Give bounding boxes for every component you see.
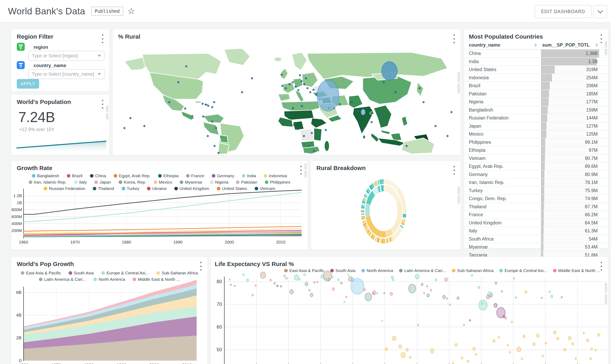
svg-text:60: 60 [217, 324, 222, 330]
table-body: China1.36BIndia1.3BUnited States319MIndo… [464, 49, 608, 259]
population-bar [541, 243, 543, 251]
table-row: Egypt, Arab Rep.89.6M [464, 162, 608, 170]
svg-text:4B: 4B [16, 313, 22, 318]
population-bar [541, 195, 544, 203]
table-row: Germany80.9M [464, 170, 608, 178]
country-name-cell: China [469, 51, 481, 56]
scrollbar-thumb[interactable] [458, 186, 460, 195]
country-name-cell: Italy [469, 228, 477, 234]
kebab-menu-icon[interactable] [100, 34, 105, 44]
population-value-cell: 64.5M [585, 220, 598, 226]
table-row: China1.36B [464, 49, 608, 57]
dashboard-page: { "header": {"title": "World Bank's Data… [0, 0, 611, 364]
filter-field-label: region [33, 44, 48, 50]
scrollbar-thumb[interactable] [305, 163, 307, 170]
card-title: Most Populated Countries [469, 33, 543, 40]
population-value-cell: 1.3B [588, 59, 598, 64]
table-row: Pakistan185M [464, 90, 608, 98]
country-name-cell: Russian Federation [469, 115, 509, 121]
population-value-cell: 127M [586, 123, 598, 129]
population-value-cell: 89.6M [585, 164, 598, 169]
svg-text:1.2B: 1.2B [13, 193, 22, 198]
kebab-menu-icon[interactable] [100, 99, 105, 109]
growth-rate-card: Growth Rate BangladeshBrazilChinaEgypt, … [11, 160, 308, 250]
kebab-menu-icon[interactable] [451, 34, 457, 44]
table-row: United States319M [464, 65, 608, 74]
world-map[interactable] [112, 42, 461, 154]
table-row: United Kingdom64.5M [464, 219, 608, 227]
svg-text:80: 80 [217, 279, 222, 284]
region-filter-card: Region Filter region Type or Select [reg… [11, 29, 110, 91]
population-value-cell: 159M [586, 107, 598, 113]
svg-text:2000: 2000 [225, 240, 234, 244]
population-value-cell: 1.36B [586, 51, 598, 56]
scrollbar-thumb[interactable] [458, 72, 460, 82]
column-header-population[interactable]: sum__SP_POP_TOTL [542, 42, 589, 48]
scrollbar-thumb[interactable] [605, 41, 607, 48]
table-row: Iran, Islamic Rep.78.1M [464, 178, 608, 186]
svg-text:6B: 6B [16, 290, 22, 295]
scrollbar-thumb[interactable] [605, 294, 607, 304]
growth-rate-chart: 196019701980199020002010200M400M600M800M… [11, 161, 308, 249]
population-sparkline [16, 136, 107, 154]
scrollbar-thumb[interactable] [458, 195, 460, 204]
country-name-select[interactable]: Type or Select [country_name] [28, 69, 104, 79]
apply-button[interactable]: APPLY [17, 79, 39, 89]
scrollbar-thumb[interactable] [106, 113, 108, 120]
scrollbar-thumb[interactable] [106, 105, 108, 112]
country-name-cell: Egypt, Arab Rep. [469, 164, 503, 169]
page-title: World Bank's Data [8, 6, 85, 16]
table-row: Ethiopia97M [464, 146, 608, 154]
population-bar [541, 98, 549, 106]
pop-growth-chart: 02B4B6B196019701980199020002010 [11, 257, 208, 364]
life-expectancy-chart: 10203040506070809010011080706050 [211, 257, 608, 364]
dashboard-header: World Bank's Data Published ☆ EDIT DASHB… [0, 0, 611, 23]
country-name-cell: United Kingdom [469, 220, 501, 226]
big-number-value: 7.24B [18, 109, 55, 125]
country-name-cell: France [469, 212, 483, 218]
population-value-cell: 99.1M [585, 140, 598, 145]
population-value-cell: 90.7M [585, 156, 598, 161]
worlds-population-card: World's Population 7.24B +12.9% over 10Y [11, 94, 110, 155]
table-row: Mexico125M [464, 130, 608, 138]
country-name-cell: Bangladesh [469, 107, 493, 113]
population-value-cell: 254M [586, 75, 598, 80]
rural-breakdown-sunburst [311, 161, 461, 249]
published-badge[interactable]: Published [91, 7, 123, 16]
chevron-down-icon [98, 73, 101, 75]
table-row: South Africa54M [464, 235, 608, 243]
population-value-cell: 97M [589, 148, 598, 153]
header-menu-button[interactable] [594, 5, 607, 18]
big-number-subtitle: +12.9% over 10Y [19, 127, 55, 132]
population-bar [541, 203, 544, 211]
population-value-cell: 80.9M [585, 172, 598, 177]
table-row: Vietnam90.7M [464, 154, 608, 162]
scrollbar-thumb[interactable] [458, 83, 460, 94]
favorite-star-icon[interactable]: ☆ [128, 7, 135, 15]
population-bar [541, 106, 548, 114]
svg-text:70: 70 [217, 301, 222, 307]
scrollbar-thumb[interactable] [305, 171, 307, 177]
chevron-down-icon [98, 55, 101, 57]
population-value-cell: 66.2M [585, 212, 598, 218]
population-value-cell: 185M [586, 91, 598, 97]
svg-text:1990: 1990 [173, 240, 183, 244]
population-bar [541, 155, 545, 162]
sort-icon[interactable] [595, 43, 598, 47]
scrollbar-thumb[interactable] [605, 283, 607, 293]
column-header-country[interactable]: country_name [469, 42, 500, 48]
svg-text:0: 0 [19, 358, 22, 363]
svg-text:2B: 2B [16, 335, 22, 340]
sort-icon[interactable] [534, 43, 537, 47]
scrollbar-thumb[interactable] [605, 49, 607, 55]
region-select[interactable]: Type or Select [region] [28, 51, 104, 61]
svg-text:1980: 1980 [122, 240, 131, 244]
rural-breakdown-card: Rural Breakdown [311, 160, 461, 250]
table-row: Philippines99.1M [464, 138, 608, 146]
edit-dashboard-button[interactable]: EDIT DASHBOARD [535, 5, 591, 18]
population-bar [541, 171, 544, 178]
rural-map-card: % Rural [112, 29, 461, 155]
svg-text:800M: 800M [11, 207, 22, 212]
svg-text:1990: 1990 [117, 363, 126, 364]
population-value-cell: 54M [589, 236, 598, 242]
